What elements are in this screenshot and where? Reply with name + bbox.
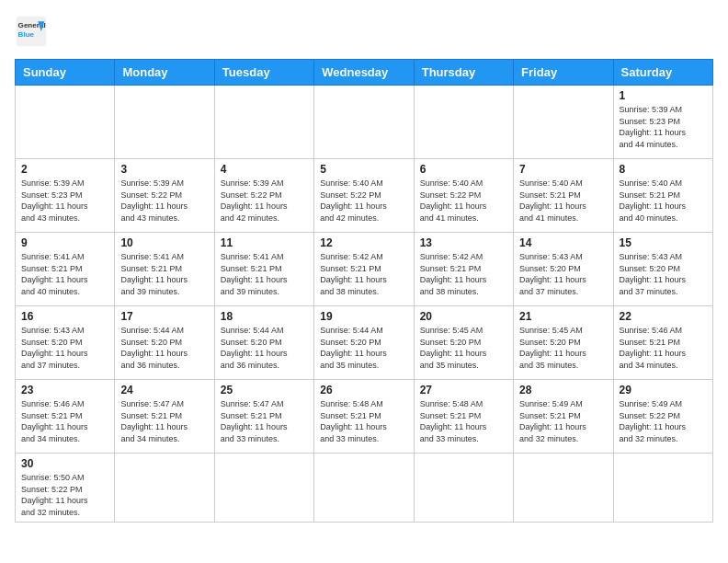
calendar-cell: 22Sunrise: 5:46 AM Sunset: 5:21 PM Dayli… — [613, 306, 712, 380]
cell-info: Sunrise: 5:49 AM Sunset: 5:22 PM Dayligh… — [620, 398, 707, 444]
calendar-cell — [115, 86, 214, 159]
cell-info: Sunrise: 5:44 AM Sunset: 5:20 PM Dayligh… — [120, 325, 208, 371]
calendar-cell: 29Sunrise: 5:49 AM Sunset: 5:22 PM Dayli… — [613, 380, 712, 454]
cell-info: Sunrise: 5:44 AM Sunset: 5:20 PM Dayligh… — [221, 325, 308, 371]
day-number: 24 — [120, 384, 208, 396]
cell-info: Sunrise: 5:39 AM Sunset: 5:23 PM Dayligh… — [21, 178, 108, 224]
cell-info: Sunrise: 5:40 AM Sunset: 5:21 PM Dayligh… — [519, 178, 607, 224]
day-number: 5 — [320, 163, 407, 176]
calendar-cell: 13Sunrise: 5:42 AM Sunset: 5:21 PM Dayli… — [414, 233, 513, 306]
weekday-header: Wednesday — [314, 60, 414, 86]
cell-info: Sunrise: 5:48 AM Sunset: 5:21 PM Dayligh… — [420, 398, 507, 444]
calendar-cell: 11Sunrise: 5:41 AM Sunset: 5:21 PM Dayli… — [214, 233, 313, 306]
day-number: 2 — [21, 163, 108, 176]
day-number: 10 — [120, 236, 208, 249]
day-number: 7 — [519, 163, 607, 176]
day-number: 1 — [620, 89, 707, 102]
cell-info: Sunrise: 5:40 AM Sunset: 5:22 PM Dayligh… — [420, 178, 507, 224]
calendar-cell: 28Sunrise: 5:49 AM Sunset: 5:21 PM Dayli… — [514, 380, 613, 454]
calendar-cell: 21Sunrise: 5:45 AM Sunset: 5:20 PM Dayli… — [514, 306, 613, 380]
weekday-header: Sunday — [16, 60, 115, 86]
day-number: 17 — [120, 310, 208, 323]
day-number: 14 — [519, 236, 607, 249]
cell-info: Sunrise: 5:45 AM Sunset: 5:20 PM Dayligh… — [519, 325, 607, 371]
calendar-cell — [514, 454, 613, 523]
calendar-cell: 5Sunrise: 5:40 AM Sunset: 5:22 PM Daylig… — [314, 159, 414, 233]
calendar-cell: 10Sunrise: 5:41 AM Sunset: 5:21 PM Dayli… — [115, 233, 214, 306]
cell-info: Sunrise: 5:39 AM Sunset: 5:22 PM Dayligh… — [221, 178, 308, 224]
day-number: 27 — [420, 384, 507, 396]
cell-info: Sunrise: 5:40 AM Sunset: 5:22 PM Dayligh… — [320, 178, 407, 224]
calendar-cell — [514, 86, 613, 159]
weekday-header: Saturday — [613, 60, 712, 86]
cell-info: Sunrise: 5:44 AM Sunset: 5:20 PM Dayligh… — [320, 325, 407, 371]
weekday-header: Tuesday — [214, 60, 313, 86]
day-number: 11 — [221, 236, 308, 249]
day-number: 19 — [320, 310, 407, 323]
calendar-cell: 16Sunrise: 5:43 AM Sunset: 5:20 PM Dayli… — [16, 306, 115, 380]
cell-info: Sunrise: 5:41 AM Sunset: 5:21 PM Dayligh… — [221, 251, 308, 297]
day-number: 13 — [420, 236, 507, 249]
weekday-header: Thursday — [414, 60, 513, 86]
cell-info: Sunrise: 5:46 AM Sunset: 5:21 PM Dayligh… — [21, 398, 108, 444]
cell-info: Sunrise: 5:43 AM Sunset: 5:20 PM Dayligh… — [21, 325, 108, 371]
calendar-cell — [613, 454, 712, 523]
cell-info: Sunrise: 5:40 AM Sunset: 5:21 PM Dayligh… — [620, 178, 707, 224]
calendar-cell: 26Sunrise: 5:48 AM Sunset: 5:21 PM Dayli… — [314, 380, 414, 454]
calendar-cell — [314, 86, 414, 159]
calendar-cell: 1Sunrise: 5:39 AM Sunset: 5:23 PM Daylig… — [613, 86, 712, 159]
day-number: 12 — [320, 236, 407, 249]
calendar-cell: 12Sunrise: 5:42 AM Sunset: 5:21 PM Dayli… — [314, 233, 414, 306]
calendar-cell — [414, 454, 513, 523]
day-number: 4 — [221, 163, 308, 176]
cell-info: Sunrise: 5:48 AM Sunset: 5:21 PM Dayligh… — [320, 398, 407, 444]
calendar-week-row: 9Sunrise: 5:41 AM Sunset: 5:21 PM Daylig… — [16, 233, 713, 306]
weekday-header-row: SundayMondayTuesdayWednesdayThursdayFrid… — [16, 60, 713, 86]
weekday-header: Friday — [514, 60, 613, 86]
calendar-week-row: 30Sunrise: 5:50 AM Sunset: 5:22 PM Dayli… — [16, 454, 713, 523]
calendar-cell: 4Sunrise: 5:39 AM Sunset: 5:22 PM Daylig… — [214, 159, 313, 233]
calendar-cell: 20Sunrise: 5:45 AM Sunset: 5:20 PM Dayli… — [414, 306, 513, 380]
day-number: 9 — [21, 236, 108, 249]
weekday-header: Monday — [115, 60, 214, 86]
calendar-cell: 6Sunrise: 5:40 AM Sunset: 5:22 PM Daylig… — [414, 159, 513, 233]
day-number: 22 — [620, 310, 707, 323]
calendar-cell — [414, 86, 513, 159]
svg-text:Blue: Blue — [18, 30, 35, 39]
calendar-cell: 23Sunrise: 5:46 AM Sunset: 5:21 PM Dayli… — [16, 380, 115, 454]
calendar-cell: 3Sunrise: 5:39 AM Sunset: 5:22 PM Daylig… — [115, 159, 214, 233]
calendar-cell: 19Sunrise: 5:44 AM Sunset: 5:20 PM Dayli… — [314, 306, 414, 380]
calendar-cell: 25Sunrise: 5:47 AM Sunset: 5:21 PM Dayli… — [214, 380, 313, 454]
calendar-cell: 8Sunrise: 5:40 AM Sunset: 5:21 PM Daylig… — [613, 159, 712, 233]
calendar-cell: 15Sunrise: 5:43 AM Sunset: 5:20 PM Dayli… — [613, 233, 712, 306]
cell-info: Sunrise: 5:42 AM Sunset: 5:21 PM Dayligh… — [420, 251, 507, 297]
day-number: 3 — [120, 163, 208, 176]
day-number: 28 — [519, 384, 607, 396]
calendar-table: SundayMondayTuesdayWednesdayThursdayFrid… — [15, 59, 713, 523]
day-number: 18 — [221, 310, 308, 323]
day-number: 20 — [420, 310, 507, 323]
day-number: 23 — [21, 384, 108, 396]
cell-info: Sunrise: 5:42 AM Sunset: 5:21 PM Dayligh… — [320, 251, 407, 297]
cell-info: Sunrise: 5:49 AM Sunset: 5:21 PM Dayligh… — [519, 398, 607, 444]
calendar-cell: 17Sunrise: 5:44 AM Sunset: 5:20 PM Dayli… — [115, 306, 214, 380]
day-number: 26 — [320, 384, 407, 396]
day-number: 6 — [420, 163, 507, 176]
calendar-week-row: 16Sunrise: 5:43 AM Sunset: 5:20 PM Dayli… — [16, 306, 713, 380]
cell-info: Sunrise: 5:47 AM Sunset: 5:21 PM Dayligh… — [221, 398, 308, 444]
calendar-week-row: 1Sunrise: 5:39 AM Sunset: 5:23 PM Daylig… — [16, 86, 713, 159]
calendar-cell — [115, 454, 214, 523]
calendar-cell — [16, 86, 115, 159]
calendar-cell — [214, 454, 313, 523]
day-number: 21 — [519, 310, 607, 323]
calendar-cell: 7Sunrise: 5:40 AM Sunset: 5:21 PM Daylig… — [514, 159, 613, 233]
day-number: 25 — [221, 384, 308, 396]
calendar-week-row: 23Sunrise: 5:46 AM Sunset: 5:21 PM Dayli… — [16, 380, 713, 454]
cell-info: Sunrise: 5:45 AM Sunset: 5:20 PM Dayligh… — [420, 325, 507, 371]
cell-info: Sunrise: 5:50 AM Sunset: 5:22 PM Dayligh… — [21, 472, 108, 518]
calendar-week-row: 2Sunrise: 5:39 AM Sunset: 5:23 PM Daylig… — [16, 159, 713, 233]
day-number: 8 — [620, 163, 707, 176]
cell-info: Sunrise: 5:41 AM Sunset: 5:21 PM Dayligh… — [120, 251, 208, 297]
calendar-cell: 9Sunrise: 5:41 AM Sunset: 5:21 PM Daylig… — [16, 233, 115, 306]
logo: General Blue — [15, 15, 48, 48]
